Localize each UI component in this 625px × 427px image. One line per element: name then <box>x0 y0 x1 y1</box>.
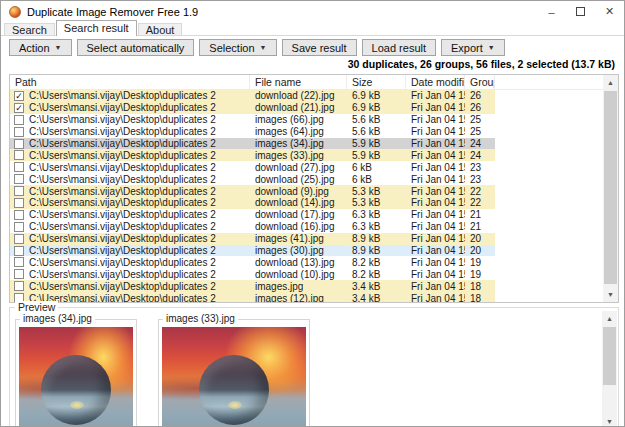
group-number: 24 <box>465 138 495 150</box>
table-row[interactable]: C:\Users\mansi.vijay\Desktop\duplicates … <box>10 185 618 197</box>
file-name: download (27).jpg <box>250 161 347 173</box>
save-result-button[interactable]: Save result <box>282 39 357 56</box>
row-checkbox[interactable] <box>14 150 24 160</box>
row-checkbox[interactable] <box>14 210 24 220</box>
column-header-file-name[interactable]: File name <box>250 75 347 89</box>
file-size: 6.9 kB <box>347 90 406 102</box>
row-checkbox[interactable] <box>14 269 24 279</box>
group-number: 18 <box>465 292 495 303</box>
scroll-up-icon[interactable]: ▲ <box>603 75 618 90</box>
row-checkbox[interactable] <box>14 222 24 232</box>
row-checkbox[interactable] <box>14 198 24 208</box>
table-row[interactable]: C:\Users\mansi.vijay\Desktop\duplicates … <box>10 256 618 268</box>
date-modified: Fri Jan 04 15:3... <box>406 126 465 138</box>
row-checkbox[interactable] <box>14 127 24 137</box>
file-name: images (41).jpg <box>250 233 347 245</box>
row-checkbox-checked[interactable]: ✓ <box>14 91 24 101</box>
file-name: images.jpg <box>250 280 347 292</box>
tab-about[interactable]: About <box>138 23 183 36</box>
date-modified: Fri Jan 04 15:3... <box>406 161 465 173</box>
path-cell: C:\Users\mansi.vijay\Desktop\duplicates … <box>10 280 250 292</box>
table-row[interactable]: ✓C:\Users\mansi.vijay\Desktop\duplicates… <box>10 90 618 102</box>
date-modified: Fri Jan 04 15:3... <box>406 233 465 245</box>
tab-search[interactable]: Search <box>4 23 55 36</box>
date-modified: Fri Jan 04 15:2... <box>406 209 465 221</box>
row-checkbox[interactable] <box>14 257 24 267</box>
column-header-path[interactable]: Path <box>10 75 250 89</box>
preview-scrollbar[interactable]: ▲ ▼ <box>602 311 617 427</box>
crystal-ball <box>199 355 269 425</box>
table-row[interactable]: C:\Users\mansi.vijay\Desktop\duplicates … <box>10 209 618 221</box>
date-modified: Fri Jan 04 15:2... <box>406 268 465 280</box>
maximize-button[interactable] <box>566 1 595 22</box>
export-button[interactable]: Export▼ <box>441 39 505 56</box>
table-row[interactable]: C:\Users\mansi.vijay\Desktop\duplicates … <box>10 268 618 280</box>
row-checkbox[interactable] <box>14 139 24 149</box>
close-button[interactable]: ✕ <box>595 1 624 22</box>
row-checkbox[interactable] <box>14 281 24 291</box>
tab-search-result[interactable]: Search result <box>56 20 137 36</box>
file-size: 5.6 kB <box>347 126 406 138</box>
file-size: 5.3 kB <box>347 197 406 209</box>
column-header-size[interactable]: Size <box>347 75 406 89</box>
selection-button[interactable]: Selection▼ <box>199 39 276 56</box>
file-name: images (64).jpg <box>250 126 347 138</box>
column-header-date-modified[interactable]: Date modified <box>406 75 465 89</box>
group-number: 22 <box>465 197 495 209</box>
file-name: images (30).jpg <box>250 245 347 257</box>
table-row[interactable]: C:\Users\mansi.vijay\Desktop\duplicates … <box>10 221 618 233</box>
table-row[interactable]: C:\Users\mansi.vijay\Desktop\duplicates … <box>10 233 618 245</box>
minimize-button[interactable]: – <box>537 1 566 22</box>
button-label: Load result <box>372 42 426 54</box>
table-row[interactable]: C:\Users\mansi.vijay\Desktop\duplicates … <box>10 114 618 126</box>
file-size: 6.3 kB <box>347 209 406 221</box>
file-size: 8.2 kB <box>347 268 406 280</box>
action-button[interactable]: Action▼ <box>9 39 72 56</box>
row-checkbox-checked[interactable]: ✓ <box>14 103 24 113</box>
scrollbar-thumb[interactable] <box>604 91 617 284</box>
scroll-down-icon[interactable]: ▼ <box>602 414 617 427</box>
file-name: images (66).jpg <box>250 114 347 126</box>
row-checkbox[interactable] <box>14 162 24 172</box>
dropdown-arrow-icon: ▼ <box>488 44 495 51</box>
table-row[interactable]: C:\Users\mansi.vijay\Desktop\duplicates … <box>10 197 618 209</box>
app-icon <box>9 6 21 18</box>
file-size: 8.9 kB <box>347 245 406 257</box>
column-header-group[interactable]: Group <box>465 75 495 89</box>
group-number: 23 <box>465 161 495 173</box>
table-row[interactable]: C:\Users\mansi.vijay\Desktop\duplicates … <box>10 138 618 150</box>
scrollbar-thumb[interactable] <box>603 327 616 385</box>
table-row[interactable]: C:\Users\mansi.vijay\Desktop\duplicates … <box>10 173 618 185</box>
table-row[interactable]: C:\Users\mansi.vijay\Desktop\duplicates … <box>10 245 618 257</box>
path-cell: C:\Users\mansi.vijay\Desktop\duplicates … <box>10 268 250 280</box>
table-scrollbar[interactable]: ▲ ▼ <box>603 75 618 302</box>
select-automatically-button[interactable]: Select automatically <box>77 39 195 56</box>
row-filler <box>495 233 618 245</box>
row-checkbox[interactable] <box>14 234 24 244</box>
row-checkbox[interactable] <box>14 186 24 196</box>
date-modified: Fri Jan 04 15:3... <box>406 292 465 303</box>
scroll-down-icon[interactable]: ▼ <box>603 287 618 302</box>
scroll-up-icon[interactable]: ▲ <box>602 311 617 326</box>
file-size: 5.6 kB <box>347 114 406 126</box>
table-row[interactable]: C:\Users\mansi.vijay\Desktop\duplicates … <box>10 280 618 292</box>
table-row[interactable]: ✓C:\Users\mansi.vijay\Desktop\duplicates… <box>10 102 618 114</box>
preview-image-name: images (33).jpg <box>163 313 238 324</box>
table-row[interactable]: C:\Users\mansi.vijay\Desktop\duplicates … <box>10 161 618 173</box>
row-checkbox[interactable] <box>14 115 24 125</box>
path-cell: C:\Users\mansi.vijay\Desktop\duplicates … <box>10 114 250 126</box>
table-row[interactable]: C:\Users\mansi.vijay\Desktop\duplicates … <box>10 292 618 303</box>
file-size: 5.9 kB <box>347 138 406 150</box>
preview-panel: Preview images (34).jpgimages (33).jpg ▲… <box>9 307 619 427</box>
table-row[interactable]: C:\Users\mansi.vijay\Desktop\duplicates … <box>10 149 618 161</box>
path-cell: C:\Users\mansi.vijay\Desktop\duplicates … <box>10 126 250 138</box>
row-filler <box>495 114 618 126</box>
file-size: 8.9 kB <box>347 233 406 245</box>
row-filler <box>495 161 618 173</box>
table-row[interactable]: C:\Users\mansi.vijay\Desktop\duplicates … <box>10 126 618 138</box>
row-checkbox[interactable] <box>14 174 24 184</box>
row-checkbox[interactable] <box>14 246 24 256</box>
preview-image <box>19 327 133 427</box>
file-path: C:\Users\mansi.vijay\Desktop\duplicates … <box>29 126 216 137</box>
load-result-button[interactable]: Load result <box>362 39 436 56</box>
